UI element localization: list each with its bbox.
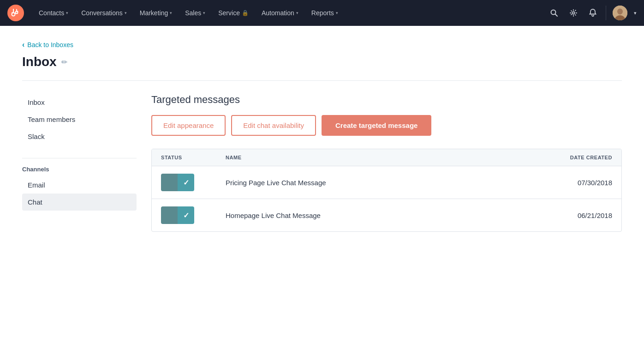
channels-section-label: Channels [22, 158, 137, 173]
lock-icon: 🔒 [242, 10, 249, 16]
sidebar-item-inbox[interactable]: Inbox [22, 94, 137, 111]
hubspot-logo[interactable] [7, 5, 24, 21]
edit-appearance-button[interactable]: Edit appearance [151, 115, 226, 136]
row1-status-toggle[interactable]: ✓ [161, 174, 226, 191]
sidebar: Inbox Team members Slack Channels Email … [22, 94, 151, 232]
table-row: ✓ Pricing Page Live Chat Message 07/30/2… [152, 166, 621, 199]
page-title: Inbox [22, 54, 57, 69]
nav-contacts[interactable]: Contacts ▾ [32, 0, 75, 26]
row2-date: 06/21/2018 [538, 212, 612, 219]
sidebar-item-email[interactable]: Email [22, 176, 137, 194]
notifications-icon-btn[interactable] [586, 6, 599, 19]
messages-table: STATUS NAME DATE CREATED ✓ Pricin [151, 149, 622, 232]
row2-status-toggle[interactable]: ✓ [161, 206, 226, 224]
main-layout: Inbox Team members Slack Channels Email … [22, 94, 622, 232]
topnav-items: Contacts ▾ Conversations ▾ Marketing ▾ S… [32, 0, 548, 26]
back-to-inboxes-link[interactable]: ‹ Back to Inboxes [22, 41, 622, 49]
row1-name: Pricing Page Live Chat Message [226, 179, 538, 187]
topnav-divider [606, 6, 606, 20]
svg-line-2 [555, 14, 558, 17]
back-chevron-icon: ‹ [22, 41, 24, 49]
section-title: Targeted messages [151, 94, 622, 106]
sidebar-item-team-members[interactable]: Team members [22, 111, 137, 128]
col-status-header: STATUS [161, 155, 226, 160]
settings-icon-btn[interactable] [567, 6, 580, 19]
nav-service[interactable]: Service 🔒 [212, 0, 255, 26]
nav-reports[interactable]: Reports ▾ [305, 0, 345, 26]
row1-date: 07/30/2018 [538, 179, 612, 187]
main-area: Targeted messages Edit appearance Edit c… [151, 94, 622, 232]
page-content: ‹ Back to Inboxes Inbox ✏ Inbox Team mem… [0, 26, 644, 247]
page-title-row: Inbox ✏ [22, 54, 622, 69]
table-header: STATUS NAME DATE CREATED [152, 149, 621, 166]
nav-conversations[interactable]: Conversations ▾ [75, 0, 133, 26]
action-buttons: Edit appearance Edit chat availability C… [151, 115, 622, 136]
edit-availability-button[interactable]: Edit chat availability [231, 115, 316, 136]
table-row: ✓ Homepage Live Chat Message 06/21/2018 [152, 199, 621, 231]
row2-name: Homepage Live Chat Message [226, 212, 538, 219]
sidebar-item-slack[interactable]: Slack [22, 128, 137, 145]
edit-title-icon[interactable]: ✏ [61, 58, 67, 67]
nav-automation[interactable]: Automation ▾ [255, 0, 305, 26]
sidebar-item-chat[interactable]: Chat [22, 194, 137, 211]
svg-point-5 [617, 9, 623, 15]
nav-sales[interactable]: Sales ▾ [179, 0, 212, 26]
col-date-header: DATE CREATED [538, 155, 612, 160]
col-name-header: NAME [226, 155, 538, 160]
user-menu-chevron[interactable]: ▾ [634, 10, 637, 16]
search-icon-btn[interactable] [548, 6, 561, 19]
nav-marketing[interactable]: Marketing ▾ [133, 0, 179, 26]
user-avatar[interactable] [613, 6, 627, 20]
topnav: Contacts ▾ Conversations ▾ Marketing ▾ S… [0, 0, 644, 26]
topnav-right: ▾ [548, 6, 637, 20]
svg-point-3 [572, 12, 575, 14]
page-divider [22, 80, 622, 81]
create-targeted-message-button[interactable]: Create targeted message [322, 115, 431, 136]
